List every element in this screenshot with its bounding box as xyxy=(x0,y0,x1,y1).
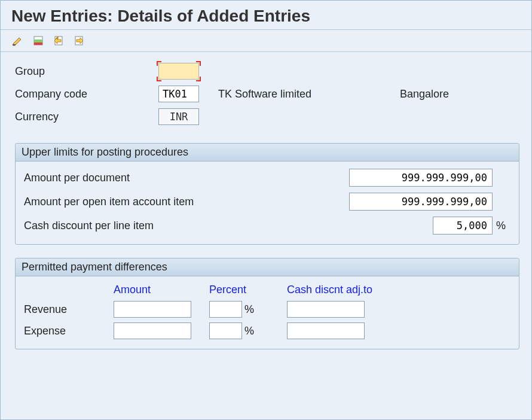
currency-input[interactable] xyxy=(158,108,199,125)
company-code-city: Bangalore xyxy=(400,88,519,101)
amount-per-document-label: Amount per document xyxy=(24,172,325,184)
toggle-display-change-button[interactable] xyxy=(10,34,26,48)
titlebar: New Entries: Details of Added Entries xyxy=(1,1,531,30)
revenue-cash-adj-input[interactable] xyxy=(287,301,365,318)
amount-per-open-item-label: Amount per open item account item xyxy=(24,196,325,208)
sap-window: New Entries: Details of Added Entries xyxy=(0,0,532,420)
percent-sign: % xyxy=(244,303,254,316)
svg-rect-3 xyxy=(34,42,42,45)
expense-cash-adj-input[interactable] xyxy=(287,322,365,339)
expense-label: Expense xyxy=(24,325,114,337)
cash-discount-suffix: % xyxy=(493,220,510,232)
previous-entry-button[interactable] xyxy=(51,34,66,48)
company-code-description: TK Software limited xyxy=(212,88,400,101)
currency-label: Currency xyxy=(15,111,158,123)
header-form: Group Company code TK Software limited B… xyxy=(15,63,519,125)
col-percent-header: Percent xyxy=(209,284,287,296)
company-code-label: Company code xyxy=(15,88,158,101)
expense-percent-input[interactable] xyxy=(209,322,242,339)
page-title: New Entries: Details of Added Entries xyxy=(11,7,521,26)
amount-per-document-input[interactable] xyxy=(349,169,493,187)
cash-discount-input[interactable] xyxy=(433,217,493,235)
permitted-differences-header: Permitted payment differences xyxy=(16,258,519,276)
limit-row-amount-doc: Amount per document xyxy=(24,169,510,187)
limit-row-cash-discount: Cash discount per line item % xyxy=(24,217,510,235)
content-area: Group Company code TK Software limited B… xyxy=(1,52,531,377)
svg-rect-2 xyxy=(34,39,42,42)
permitted-differences-panel: Permitted payment differences Amount Per… xyxy=(15,258,519,349)
group-label: Group xyxy=(15,65,158,78)
group-field-wrap xyxy=(158,63,199,80)
company-code-input[interactable] xyxy=(158,86,199,102)
next-entry-button[interactable] xyxy=(71,34,87,48)
revenue-percent-input[interactable] xyxy=(209,301,242,318)
expense-amount-input[interactable] xyxy=(114,322,191,339)
svg-rect-0 xyxy=(13,44,16,45)
limit-row-amount-open-item: Amount per open item account item xyxy=(24,193,510,211)
col-cash-header: Cash discnt adj.to xyxy=(287,284,406,296)
cash-discount-label: Cash discount per line item xyxy=(24,220,325,232)
col-amount-header: Amount xyxy=(114,284,209,296)
percent-sign-2: % xyxy=(244,325,254,337)
group-input[interactable] xyxy=(158,63,199,80)
delete-button[interactable] xyxy=(30,34,46,48)
toolbar xyxy=(1,30,531,52)
amount-per-open-item-input[interactable] xyxy=(349,193,493,211)
revenue-label: Revenue xyxy=(24,303,114,316)
upper-limits-header: Upper limits for posting procedures xyxy=(16,144,519,162)
revenue-amount-input[interactable] xyxy=(114,301,191,318)
upper-limits-panel: Upper limits for posting procedures Amou… xyxy=(15,143,519,245)
